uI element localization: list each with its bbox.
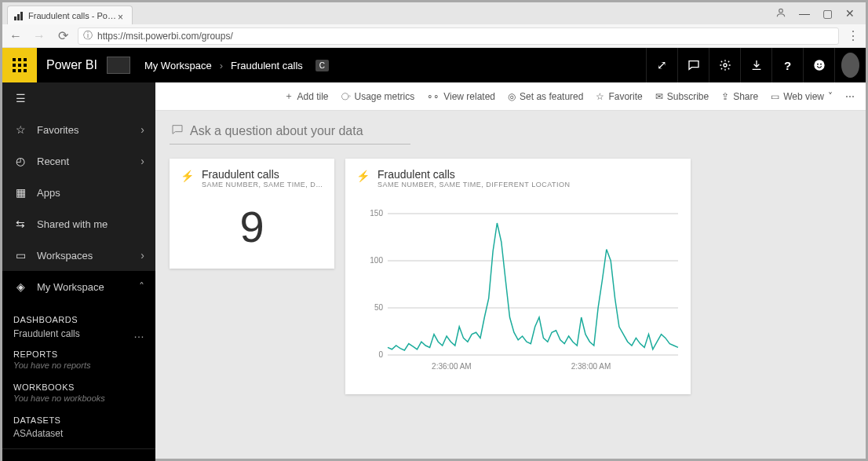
svg-rect-4 xyxy=(13,58,16,61)
chevron-up-icon: ˄ xyxy=(139,280,144,293)
chart-icon: ⧂ xyxy=(341,91,351,102)
svg-rect-5 xyxy=(18,58,21,61)
svg-rect-8 xyxy=(18,64,21,67)
chevron-right-icon: › xyxy=(140,249,144,262)
more-icon[interactable]: … xyxy=(133,327,144,340)
qna-input[interactable]: Ask a question about your data xyxy=(170,122,410,145)
star-icon: ☆ xyxy=(596,91,604,102)
reports-empty: You have no reports xyxy=(13,359,144,376)
sidebar-label: Shared with me xyxy=(37,218,108,230)
add-tile-button[interactable]: ＋Add tile xyxy=(284,90,329,103)
download-icon[interactable] xyxy=(740,48,771,82)
view-related-button[interactable]: ∘∘View related xyxy=(427,91,495,102)
svg-text:50: 50 xyxy=(374,303,384,312)
section-workbooks: WORKBOOKS xyxy=(13,382,144,392)
svg-point-16 xyxy=(820,64,822,65)
dataset-item[interactable]: ASAdataset xyxy=(13,425,144,442)
fullscreen-icon[interactable]: ⤢ xyxy=(646,48,677,82)
sidebar-item-apps[interactable]: ▦ Apps xyxy=(2,177,155,208)
dashboard-item[interactable]: Fraudulent calls … xyxy=(13,324,144,343)
tile-title: Fraudulent calls xyxy=(202,168,323,181)
monitor-icon: ▭ xyxy=(771,91,779,102)
close-window-icon[interactable]: ✕ xyxy=(845,7,855,20)
help-icon[interactable]: ? xyxy=(771,48,803,82)
svg-text:2:36:00 AM: 2:36:00 AM xyxy=(432,362,472,371)
section-datasets: DATASETS xyxy=(13,415,144,425)
mail-icon: ✉ xyxy=(655,91,663,102)
share-icon: ⇪ xyxy=(721,91,729,102)
sidebar-label: Workspaces xyxy=(37,250,93,262)
chat-icon xyxy=(171,123,184,139)
sidebar-item-shared[interactable]: ⇆ Shared with me xyxy=(2,208,155,240)
account-icon[interactable] xyxy=(775,7,786,20)
powerbi-favicon xyxy=(14,11,24,20)
sidebar-label: Apps xyxy=(37,187,60,199)
maximize-icon[interactable]: ▢ xyxy=(822,7,833,20)
tab-title: Fraudulent calls - Power xyxy=(28,11,118,20)
svg-rect-7 xyxy=(13,64,16,67)
url-input[interactable]: ⓘ https://msit.powerbi.com/groups/ xyxy=(78,27,839,45)
classification-badge: C xyxy=(315,60,329,71)
share-button[interactable]: ⇪Share xyxy=(721,91,758,102)
app-header: Power BI My Workspace › Fraudulent calls… xyxy=(2,48,866,82)
svg-rect-0 xyxy=(14,16,16,20)
close-tab-icon[interactable]: × xyxy=(118,12,126,20)
tile-title: Fraudulent calls xyxy=(377,168,571,181)
more-options-button[interactable]: ⋯ xyxy=(845,91,855,102)
web-view-button[interactable]: ▭Web view ˅ xyxy=(771,91,833,102)
sidebar-item-workspaces[interactable]: ▭ Workspaces › xyxy=(2,240,155,271)
workspace-contents: DASHBOARDS Fraudulent calls … REPORTS Yo… xyxy=(2,302,155,448)
svg-text:0: 0 xyxy=(378,350,383,359)
tile-chart[interactable]: ⚡ Fraudulent calls SAME NUMBER, SAME TIM… xyxy=(345,159,691,394)
reload-icon[interactable]: ⟳ xyxy=(54,28,71,43)
back-icon[interactable]: ← xyxy=(7,29,24,43)
svg-rect-6 xyxy=(24,58,27,61)
breadcrumb-dashboard[interactable]: Fraudulent calls xyxy=(231,60,303,71)
browser-tab[interactable]: Fraudulent calls - Power × xyxy=(7,5,133,24)
smile-icon[interactable] xyxy=(803,48,834,82)
clock-icon: ◴ xyxy=(13,155,27,167)
main-content: ＋Add tile ⧂Usage metrics ∘∘View related … xyxy=(155,82,866,459)
hamburger-button[interactable]: ☰ xyxy=(2,82,155,114)
sidebar-label: Recent xyxy=(37,155,69,167)
breadcrumb: My Workspace › Fraudulent calls C xyxy=(107,57,329,74)
breadcrumb-workspace[interactable]: My Workspace xyxy=(144,60,212,71)
tile-kpi[interactable]: ⚡ Fraudulent calls SAME NUMBER, SAME TIM… xyxy=(170,159,334,269)
settings-icon[interactable] xyxy=(709,48,740,82)
app-launcher-icon[interactable] xyxy=(2,48,37,82)
svg-rect-9 xyxy=(24,64,27,67)
chevron-right-icon: › xyxy=(220,60,223,71)
forward-icon[interactable]: → xyxy=(31,29,48,43)
favorite-button[interactable]: ☆Favorite xyxy=(596,91,642,102)
kpi-value: 9 xyxy=(181,201,323,252)
set-featured-button[interactable]: ◎Set as featured xyxy=(508,91,583,102)
svg-rect-10 xyxy=(13,69,16,72)
avatar[interactable] xyxy=(841,53,859,78)
usage-metrics-button[interactable]: ⧂Usage metrics xyxy=(341,91,415,102)
sidebar-label: My Workspace xyxy=(37,281,104,293)
sidebar-item-recent[interactable]: ◴ Recent › xyxy=(2,145,155,177)
feedback-icon[interactable] xyxy=(677,48,709,82)
svg-text:150: 150 xyxy=(370,209,383,218)
chevron-down-icon: ˅ xyxy=(828,91,833,102)
more-icon: ⋯ xyxy=(845,91,855,102)
site-info-icon[interactable]: ⓘ xyxy=(83,29,93,42)
svg-rect-11 xyxy=(18,69,21,72)
browser-menu-icon[interactable]: ⋮ xyxy=(845,28,861,43)
brand-label: Power BI xyxy=(37,58,107,72)
svg-text:100: 100 xyxy=(370,256,383,265)
sidebar-item-favorites[interactable]: ☆ Favorites › xyxy=(2,114,155,145)
subscribe-button[interactable]: ✉Subscribe xyxy=(655,91,709,102)
hamburger-icon: ☰ xyxy=(13,92,27,104)
qna-bar: Ask a question about your data xyxy=(155,111,866,155)
bolt-icon: ⚡ xyxy=(356,170,370,188)
sidebar: ☰ ☆ Favorites › ◴ Recent › ▦ Apps ⇆ S xyxy=(2,82,155,459)
bolt-icon: ⚡ xyxy=(181,170,194,188)
minimize-icon[interactable]: — xyxy=(799,7,810,20)
get-data-button[interactable]: ↗ Get Data xyxy=(2,448,155,461)
sidebar-item-myworkspace[interactable]: ◈ My Workspace ˄ xyxy=(2,271,155,302)
qna-placeholder: Ask a question about your data xyxy=(190,124,363,138)
sidebar-label: Favorites xyxy=(37,124,78,136)
related-icon: ∘∘ xyxy=(427,91,439,102)
svg-point-3 xyxy=(779,9,783,13)
